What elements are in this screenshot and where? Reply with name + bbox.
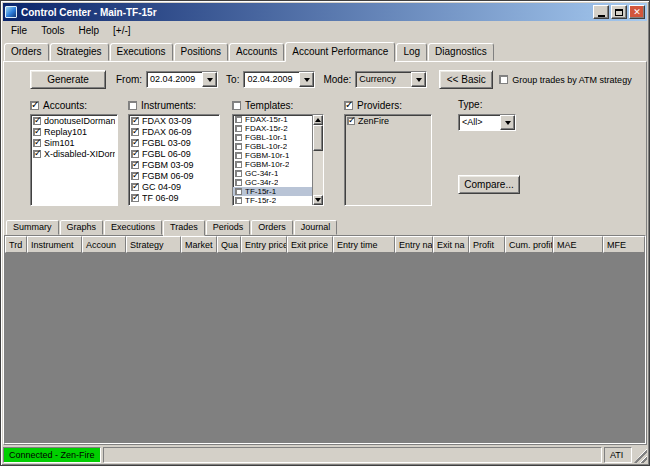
main-tab[interactable]: Orders [4, 43, 49, 61]
main-tab[interactable]: Account Performance [285, 42, 395, 62]
trades-column-header[interactable]: MAE [553, 236, 603, 253]
account-checkbox[interactable] [33, 117, 41, 125]
accounts-listbox[interactable]: donotuseIDorman Replay101 Sim101 [30, 114, 118, 206]
main-tab[interactable]: Diagnostics [428, 43, 494, 61]
accounts-select-all-checkbox[interactable] [30, 101, 39, 110]
trades-column-header[interactable]: Entry price [241, 236, 287, 253]
results-tab[interactable]: Orders [251, 220, 293, 235]
account-checkbox[interactable] [33, 139, 41, 147]
menu-item[interactable]: Tools [34, 23, 71, 38]
template-checkbox[interactable] [235, 170, 242, 177]
instrument-checkbox[interactable] [131, 172, 139, 180]
trades-column-header[interactable]: Instrument [27, 236, 82, 253]
instrument-list-item[interactable]: GC 04-09 [129, 181, 219, 192]
group-trades-checkbox[interactable] [499, 75, 508, 84]
scroll-down-button[interactable] [313, 195, 323, 205]
trades-column-header[interactable]: Exit na [433, 236, 469, 253]
main-tab[interactable]: Executions [110, 43, 173, 61]
resize-grip-icon[interactable] [634, 447, 647, 463]
template-checkbox[interactable] [235, 125, 242, 132]
template-list-item[interactable]: TF-15r-2 [233, 196, 312, 205]
trades-column-header[interactable]: Market [181, 236, 217, 253]
template-list-item[interactable]: FGBM-10r-1 [233, 151, 312, 160]
main-tab[interactable]: Accounts [229, 43, 284, 61]
instrument-checkbox[interactable] [131, 194, 139, 202]
instrument-checkbox[interactable] [131, 117, 139, 125]
template-list-item[interactable]: GC-34r-1 [233, 169, 312, 178]
mode-combo[interactable]: Currency [355, 71, 427, 88]
template-checkbox[interactable] [235, 134, 242, 141]
trades-column-header[interactable]: Trd [5, 236, 27, 253]
basic-toggle-button[interactable]: << Basic [439, 70, 493, 89]
template-checkbox[interactable] [235, 179, 242, 186]
account-checkbox[interactable] [33, 128, 41, 136]
instrument-checkbox[interactable] [131, 161, 139, 169]
instrument-checkbox[interactable] [131, 150, 139, 158]
type-combo[interactable]: <All> [458, 114, 516, 131]
scrollbar-track[interactable] [313, 125, 323, 195]
trades-column-header[interactable]: Exit price [287, 236, 333, 253]
providers-select-all-checkbox[interactable] [344, 101, 353, 110]
template-list-item[interactable]: TF-15r-1 [233, 187, 312, 196]
results-tab[interactable]: Trades [163, 220, 205, 236]
account-list-item[interactable]: Replay101 [31, 126, 117, 137]
template-list-item[interactable]: FDAX-15r-2 [233, 124, 312, 133]
instrument-list-item[interactable]: FDAX 03-09 [129, 115, 219, 126]
menu-item[interactable]: File [4, 23, 34, 38]
template-list-item[interactable]: FDAX-15r-1 [233, 115, 312, 124]
instruments-listbox[interactable]: FDAX 03-09 FDAX 06-09 FGBL 03-09 [128, 114, 220, 206]
compare-button[interactable]: Compare... [458, 175, 520, 194]
template-checkbox[interactable] [235, 197, 242, 204]
instrument-checkbox[interactable] [131, 128, 139, 136]
results-tab[interactable]: Executions [104, 220, 162, 235]
trades-column-header[interactable]: Accoun [82, 236, 126, 253]
trades-column-header[interactable]: Entry time [333, 236, 395, 253]
template-checkbox[interactable] [235, 116, 242, 123]
results-tab[interactable]: Summary [6, 220, 59, 235]
template-list-item[interactable]: GC-34r-2 [233, 178, 312, 187]
account-list-item[interactable]: Sim101 [31, 137, 117, 148]
type-dropdown-button[interactable] [500, 115, 515, 130]
template-list-item[interactable]: FGBL-10r-2 [233, 142, 312, 151]
template-list-item[interactable]: FGBL-10r-1 [233, 133, 312, 142]
instrument-checkbox[interactable] [131, 139, 139, 147]
instrument-list-item[interactable]: FGBL 06-09 [129, 148, 219, 159]
trades-column-header[interactable]: Entry na [395, 236, 433, 253]
main-tab[interactable]: Positions [174, 43, 229, 61]
maximize-button[interactable] [611, 5, 627, 19]
provider-list-item[interactable]: ZenFire [345, 115, 431, 126]
template-checkbox[interactable] [235, 188, 242, 195]
menu-item[interactable]: [+/-] [106, 23, 138, 38]
trades-column-header[interactable]: Strategy [126, 236, 181, 253]
trades-column-header[interactable]: MFE [603, 236, 645, 253]
instrument-list-item[interactable]: FGBL 03-09 [129, 137, 219, 148]
instrument-checkbox[interactable] [131, 183, 139, 191]
scrollbar-thumb[interactable] [313, 125, 323, 151]
scroll-up-button[interactable] [313, 115, 323, 125]
from-date-combo[interactable]: 02.04.2009 [146, 71, 218, 88]
menu-item[interactable]: Help [71, 23, 106, 38]
instruments-select-all-checkbox[interactable] [128, 101, 137, 110]
instrument-list-item[interactable]: FDAX 06-09 [129, 126, 219, 137]
close-button[interactable]: ✕ [629, 5, 645, 19]
titlebar[interactable]: Control Center - Main-TF-15r ✕ [3, 3, 647, 21]
templates-select-all-checkbox[interactable] [232, 101, 241, 110]
trades-column-header[interactable]: Cum. profit [505, 236, 553, 253]
templates-listbox[interactable]: FDAX-15r-1 FDAX-15r-2 FGBL-1 [232, 114, 324, 206]
to-dropdown-button[interactable] [299, 72, 314, 87]
providers-listbox[interactable]: ZenFire [344, 114, 432, 206]
template-list-item[interactable]: FGBM-10r-2 [233, 160, 312, 169]
group-trades-checkbox-row[interactable]: Group trades by ATM strategy [499, 75, 631, 85]
template-checkbox[interactable] [235, 143, 242, 150]
trades-column-header[interactable]: Profit [469, 236, 505, 253]
trades-column-header[interactable]: Qua [217, 236, 241, 253]
instrument-list-item[interactable]: FGBM 06-09 [129, 170, 219, 181]
results-tab[interactable]: Journal [294, 220, 338, 235]
to-date-combo[interactable]: 02.04.2009 [243, 71, 315, 88]
from-dropdown-button[interactable] [202, 72, 217, 87]
generate-button[interactable]: Generate [30, 70, 106, 89]
account-checkbox[interactable] [33, 150, 41, 158]
provider-checkbox[interactable] [347, 117, 355, 125]
account-list-item[interactable]: donotuseIDorman [31, 115, 117, 126]
mode-dropdown-button[interactable] [411, 72, 426, 87]
